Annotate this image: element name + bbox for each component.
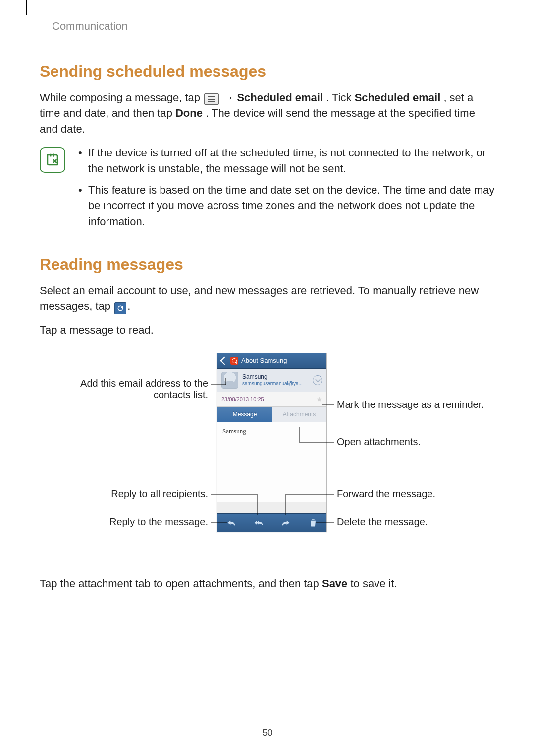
menu-icon: [204, 93, 219, 105]
para-tap-message: Tap a message to read.: [40, 322, 495, 338]
running-header: Communication: [52, 20, 495, 33]
phone-titlebar[interactable]: About Samsung: [217, 353, 326, 369]
phone-mock: About Samsung Samsung samsungusermanual@…: [217, 353, 327, 532]
callout-forward: Forward the message.: [337, 488, 435, 500]
tabs: Message Attachments: [217, 406, 326, 422]
para-scheduled: While composing a message, tap → Schedul…: [40, 90, 495, 137]
text-bold: Save: [322, 577, 347, 590]
sender-row[interactable]: Samsung samsungusermanual@ya...: [217, 369, 326, 392]
para-attachment-save: Tap the attachment tab to open attachmen…: [40, 576, 495, 592]
sender-name: Samsung: [242, 374, 309, 381]
back-icon[interactable]: [220, 356, 229, 365]
callout-reply-all: Reply to all recipients.: [69, 488, 208, 500]
text-bold: Done: [175, 107, 203, 119]
text-bold: Scheduled email: [237, 91, 323, 103]
edge-tick: [26, 0, 27, 15]
star-icon[interactable]: ★: [316, 395, 322, 403]
meta-row: 23/08/2013 10:25 ★: [217, 392, 326, 406]
page-number: 50: [0, 727, 535, 738]
reply-all-icon[interactable]: [253, 517, 264, 528]
forward-icon[interactable]: [280, 517, 291, 528]
sender-email: samsungusermanual@ya...: [242, 381, 309, 387]
note-icon: [40, 147, 65, 173]
app-icon: [230, 357, 238, 365]
text: .: [127, 300, 130, 312]
expand-icon[interactable]: [313, 375, 322, 385]
tab-attachments[interactable]: Attachments: [272, 407, 326, 422]
callout-text: Add this email address to the: [80, 378, 208, 389]
text: . Tick: [326, 91, 354, 103]
phone-title: About Samsung: [241, 357, 287, 364]
sender-text: Samsung samsungusermanual@ya...: [242, 374, 309, 386]
avatar[interactable]: [221, 372, 238, 389]
heading-reading-messages: Reading messages: [40, 255, 495, 274]
callout-open-attach: Open attachments.: [337, 436, 421, 448]
text: →: [223, 91, 237, 103]
message-body: Samsung: [217, 422, 326, 502]
callout-add-contact: Add this email address to the contacts l…: [50, 378, 208, 401]
callout-mark-reminder: Mark the message as a reminder.: [337, 399, 484, 410]
action-bar: [217, 513, 326, 532]
para-reading: Select an email account to use, and new …: [40, 283, 495, 314]
text-bold: Scheduled email: [355, 91, 441, 103]
text: While composing a message, tap: [40, 91, 203, 103]
figure-email-reader: About Samsung Samsung samsungusermanual@…: [40, 353, 495, 561]
note-item: This feature is based on the time and da…: [76, 182, 495, 230]
note-list: If the device is turned off at the sched…: [76, 145, 495, 236]
tab-message[interactable]: Message: [217, 407, 272, 422]
callout-delete: Delete the message.: [337, 516, 428, 528]
note-block: If the device is turned off at the sched…: [40, 145, 495, 236]
refresh-icon: [114, 302, 126, 314]
callout-text: contacts list.: [154, 389, 208, 400]
text: to save it.: [350, 577, 397, 590]
text: Tap the attachment tab to open attachmen…: [40, 577, 322, 590]
text: Select an email account to use, and new …: [40, 284, 479, 312]
callout-reply: Reply to the message.: [69, 516, 208, 528]
reply-icon[interactable]: [226, 517, 237, 528]
note-item: If the device is turned off at the sched…: [76, 145, 495, 177]
datetime: 23/08/2013 10:25: [221, 396, 264, 402]
delete-icon[interactable]: [308, 517, 319, 528]
heading-sending-scheduled: Sending scheduled messages: [40, 62, 495, 81]
